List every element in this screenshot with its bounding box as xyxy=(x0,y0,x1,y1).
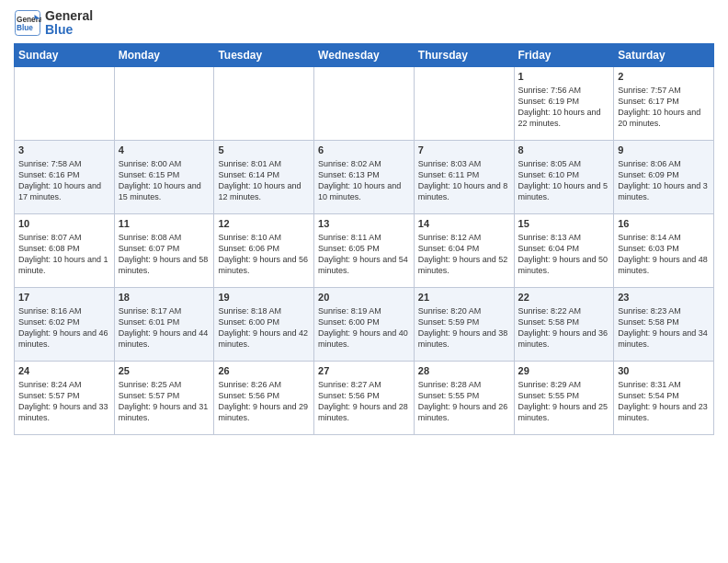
day-info-text: Sunrise: 8:03 AM xyxy=(418,158,510,169)
day-number: 14 xyxy=(418,217,510,231)
day-number: 27 xyxy=(318,364,410,378)
day-info-text: Daylight: 9 hours and 31 minutes. xyxy=(119,401,210,423)
day-info-text: Sunset: 6:17 PM xyxy=(618,96,710,107)
day-info-text: Sunrise: 8:16 AM xyxy=(18,305,110,316)
day-info-text: Sunrise: 8:19 AM xyxy=(318,305,410,316)
day-info-text: Sunrise: 8:14 AM xyxy=(618,232,710,243)
day-number: 26 xyxy=(218,364,310,378)
calendar-day-cell: 20Sunrise: 8:19 AMSunset: 6:00 PMDayligh… xyxy=(314,287,415,361)
day-info-text: Sunset: 6:00 PM xyxy=(318,316,410,327)
day-info-text: Sunrise: 8:25 AM xyxy=(119,379,210,390)
calendar-day-cell: 9Sunrise: 8:06 AMSunset: 6:09 PMDaylight… xyxy=(614,140,714,213)
calendar-day-cell: 5Sunrise: 8:01 AMSunset: 6:14 PMDaylight… xyxy=(214,140,314,213)
day-info-text: Daylight: 9 hours and 46 minutes. xyxy=(18,327,110,350)
day-info-text: Sunset: 6:02 PM xyxy=(18,316,110,327)
day-number: 1 xyxy=(518,70,610,84)
calendar-day-cell: 4Sunrise: 8:00 AMSunset: 6:15 PMDaylight… xyxy=(114,140,214,213)
calendar-day-cell: 26Sunrise: 8:26 AMSunset: 5:56 PMDayligh… xyxy=(214,361,314,434)
day-info-text: Sunset: 6:06 PM xyxy=(218,243,310,254)
day-info-text: Sunset: 5:58 PM xyxy=(618,316,710,327)
day-number: 10 xyxy=(18,217,110,231)
day-number: 29 xyxy=(518,364,610,378)
day-number: 11 xyxy=(119,217,210,231)
day-info-text: Sunrise: 8:29 AM xyxy=(518,379,610,390)
day-number: 28 xyxy=(418,364,510,378)
day-info-text: Daylight: 10 hours and 1 minute. xyxy=(18,254,110,276)
weekday-header-row: SundayMondayTuesdayWednesdayThursdayFrid… xyxy=(15,43,714,66)
day-number: 17 xyxy=(18,291,110,304)
logo-icon: General Blue xyxy=(14,9,41,37)
day-info-text: Sunset: 6:15 PM xyxy=(119,169,210,180)
day-number: 19 xyxy=(218,291,310,304)
day-info-text: Sunset: 6:10 PM xyxy=(518,169,610,180)
day-info-text: Sunrise: 8:10 AM xyxy=(218,232,310,243)
day-number: 3 xyxy=(18,144,110,157)
calendar-day-cell: 16Sunrise: 8:14 AMSunset: 6:03 PMDayligh… xyxy=(614,213,714,287)
day-info-text: Sunset: 6:16 PM xyxy=(18,169,110,180)
weekday-header-cell: Saturday xyxy=(614,43,714,66)
day-info-text: Sunrise: 8:02 AM xyxy=(318,158,410,169)
calendar-day-cell: 6Sunrise: 8:02 AMSunset: 6:13 PMDaylight… xyxy=(314,140,415,213)
day-info-text: Daylight: 9 hours and 40 minutes. xyxy=(318,327,410,350)
day-info-text: Sunset: 5:56 PM xyxy=(218,390,310,401)
calendar-day-cell: 17Sunrise: 8:16 AMSunset: 6:02 PMDayligh… xyxy=(15,287,115,361)
day-info-text: Sunset: 6:04 PM xyxy=(518,243,610,254)
day-number: 21 xyxy=(418,291,510,304)
day-info-text: Daylight: 9 hours and 52 minutes. xyxy=(418,254,510,276)
svg-text:Blue: Blue xyxy=(17,24,33,32)
day-number: 13 xyxy=(318,217,410,231)
calendar-week-row: 3Sunrise: 7:58 AMSunset: 6:16 PMDaylight… xyxy=(15,140,714,213)
calendar-day-cell: 27Sunrise: 8:27 AMSunset: 5:56 PMDayligh… xyxy=(314,361,415,434)
day-number: 23 xyxy=(618,291,710,304)
day-info-text: Daylight: 10 hours and 20 minutes. xyxy=(618,107,710,129)
day-info-text: Sunset: 6:08 PM xyxy=(18,243,110,254)
svg-text:General: General xyxy=(17,16,41,24)
day-info-text: Sunset: 5:57 PM xyxy=(119,390,210,401)
day-info-text: Sunset: 6:11 PM xyxy=(418,169,510,180)
day-info-text: Sunrise: 8:24 AM xyxy=(18,379,110,390)
day-info-text: Daylight: 10 hours and 3 minutes. xyxy=(618,180,710,202)
calendar-day-cell: 18Sunrise: 8:17 AMSunset: 6:01 PMDayligh… xyxy=(114,287,214,361)
calendar-day-cell: 24Sunrise: 8:24 AMSunset: 5:57 PMDayligh… xyxy=(15,361,115,434)
day-number: 8 xyxy=(518,144,610,157)
calendar-day-cell: 23Sunrise: 8:23 AMSunset: 5:58 PMDayligh… xyxy=(614,287,714,361)
calendar-day-cell: 7Sunrise: 8:03 AMSunset: 6:11 PMDaylight… xyxy=(414,140,514,213)
day-number: 18 xyxy=(119,291,210,304)
day-info-text: Sunrise: 8:12 AM xyxy=(418,232,510,243)
calendar-day-cell: 10Sunrise: 8:07 AMSunset: 6:08 PMDayligh… xyxy=(15,213,115,287)
day-info-text: Sunrise: 8:31 AM xyxy=(618,379,710,390)
weekday-header-cell: Friday xyxy=(514,43,614,66)
day-info-text: Sunrise: 8:13 AM xyxy=(518,232,610,243)
day-info-text: Daylight: 10 hours and 10 minutes. xyxy=(318,180,410,202)
weekday-header-cell: Wednesday xyxy=(314,43,415,66)
day-info-text: Daylight: 9 hours and 36 minutes. xyxy=(518,327,610,350)
day-number: 7 xyxy=(418,144,510,157)
day-info-text: Sunset: 6:01 PM xyxy=(119,316,210,327)
day-info-text: Sunset: 6:19 PM xyxy=(518,96,610,107)
day-info-text: Sunrise: 8:07 AM xyxy=(18,232,110,243)
day-info-text: Sunrise: 8:06 AM xyxy=(618,158,710,169)
header: General Blue General Blue xyxy=(14,9,714,38)
day-info-text: Sunset: 6:05 PM xyxy=(318,243,410,254)
calendar-day-cell: 30Sunrise: 8:31 AMSunset: 5:54 PMDayligh… xyxy=(614,361,714,434)
calendar-table: SundayMondayTuesdayWednesdayThursdayFrid… xyxy=(14,43,714,435)
day-info-text: Daylight: 9 hours and 33 minutes. xyxy=(18,401,110,423)
calendar-day-cell: 19Sunrise: 8:18 AMSunset: 6:00 PMDayligh… xyxy=(214,287,314,361)
day-info-text: Daylight: 10 hours and 12 minutes. xyxy=(218,180,310,202)
weekday-header-cell: Sunday xyxy=(15,43,115,66)
calendar-day-cell: 1Sunrise: 7:56 AMSunset: 6:19 PMDaylight… xyxy=(514,66,614,140)
day-info-text: Sunset: 5:56 PM xyxy=(318,390,410,401)
day-info-text: Sunset: 5:58 PM xyxy=(518,316,610,327)
calendar-week-row: 24Sunrise: 8:24 AMSunset: 5:57 PMDayligh… xyxy=(15,361,714,434)
day-info-text: Sunset: 6:04 PM xyxy=(418,243,510,254)
day-info-text: Daylight: 9 hours and 44 minutes. xyxy=(119,327,210,350)
calendar-day-cell: 12Sunrise: 8:10 AMSunset: 6:06 PMDayligh… xyxy=(214,213,314,287)
calendar-day-cell xyxy=(314,66,415,140)
day-number: 4 xyxy=(119,144,210,157)
day-info-text: Sunrise: 8:05 AM xyxy=(518,158,610,169)
day-number: 12 xyxy=(218,217,310,231)
day-info-text: Daylight: 9 hours and 28 minutes. xyxy=(318,401,410,423)
calendar-day-cell: 28Sunrise: 8:28 AMSunset: 5:55 PMDayligh… xyxy=(414,361,514,434)
day-info-text: Sunrise: 8:20 AM xyxy=(418,305,510,316)
calendar-day-cell: 14Sunrise: 8:12 AMSunset: 6:04 PMDayligh… xyxy=(414,213,514,287)
